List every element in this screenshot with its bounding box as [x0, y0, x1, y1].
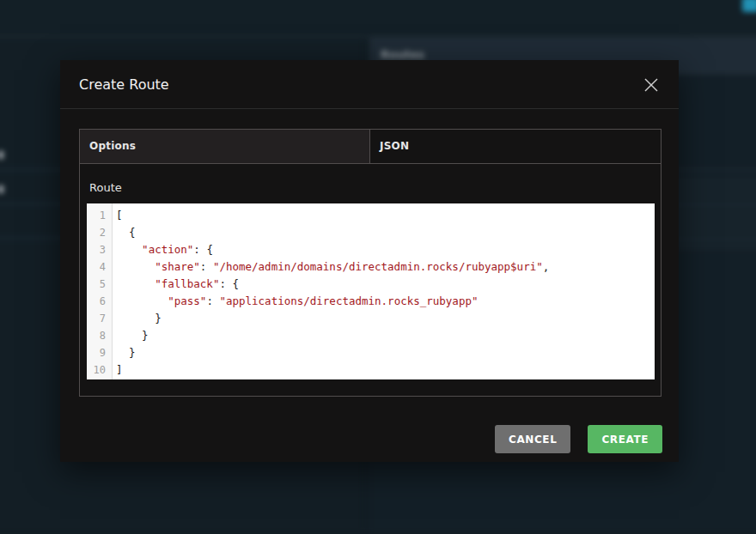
tab-bar: Options JSON: [80, 130, 661, 164]
line-number: 2: [87, 224, 112, 241]
line-number: 4: [87, 258, 112, 276]
line-number: 10: [87, 361, 112, 379]
app-stage: Routes Create Route Options JSON: [0, 0, 756, 534]
code-plain-token: ,: [543, 260, 550, 273]
code-line[interactable]: "pass": "applications/directadmin.rocks_…: [116, 293, 655, 310]
editor-code: [ { "action": { "share": "/home/admin/do…: [113, 203, 655, 379]
code-plain-token: [116, 243, 142, 256]
modal-header: Create Route: [60, 60, 679, 109]
code-plain-token: : {: [219, 277, 239, 290]
close-icon[interactable]: [639, 73, 663, 97]
cancel-button[interactable]: CANCEL: [495, 425, 570, 453]
line-number: 1: [87, 207, 112, 224]
code-line[interactable]: [: [116, 207, 655, 224]
line-number: 3: [87, 241, 112, 258]
code-line[interactable]: {: [116, 224, 655, 241]
code-line[interactable]: }: [116, 344, 655, 361]
line-number: 7: [87, 310, 112, 327]
code-plain-token: :: [206, 294, 219, 307]
code-plain-token: }: [116, 329, 149, 342]
line-number: 8: [87, 327, 112, 344]
line-number: 6: [87, 293, 112, 310]
route-field-label: Route: [89, 181, 122, 194]
code-plain-token: ]: [116, 363, 123, 376]
line-number: 5: [87, 276, 112, 293]
code-editor[interactable]: 12345678910 [ { "action": { "share": "/h…: [87, 203, 655, 379]
tab-json[interactable]: JSON: [370, 130, 661, 163]
editor-gutter: 12345678910: [87, 203, 113, 379]
code-plain-token: [: [116, 209, 123, 221]
code-string-token: "/home/admin/domains/directadmin.rocks/r…: [213, 260, 543, 273]
code-plain-token: [116, 277, 155, 290]
modal-footer: CANCEL CREATE: [495, 425, 662, 453]
code-string-token: "applications/directadmin.rocks_rubyapp": [219, 294, 478, 307]
create-button[interactable]: CREATE: [588, 425, 662, 453]
code-plain-token: : {: [193, 243, 213, 256]
code-string-token: "action": [142, 243, 193, 256]
code-string-token: "fallback": [155, 277, 219, 290]
code-string-token: "share": [155, 260, 200, 273]
modal-title: Create Route: [79, 60, 169, 109]
code-line[interactable]: "fallback": {: [116, 276, 655, 293]
code-line[interactable]: }: [116, 310, 655, 327]
code-plain-token: [116, 260, 155, 273]
code-plain-token: {: [116, 226, 136, 239]
route-form-box: Options JSON Route 12345678910 [ { "acti…: [79, 129, 662, 397]
code-plain-token: }: [116, 346, 136, 359]
code-plain-token: [116, 294, 168, 307]
tab-options[interactable]: Options: [80, 130, 370, 163]
code-string-token: "pass": [168, 294, 206, 307]
code-plain-token: :: [200, 260, 213, 273]
code-line[interactable]: ]: [116, 361, 655, 379]
code-line[interactable]: "action": {: [116, 241, 655, 258]
create-route-modal: Create Route Options JSON Route 12345678…: [60, 60, 679, 462]
code-line[interactable]: "share": "/home/admin/domains/directadmi…: [116, 258, 655, 276]
code-line[interactable]: }: [116, 327, 655, 344]
line-number: 9: [87, 344, 112, 361]
code-plain-token: }: [116, 312, 162, 325]
